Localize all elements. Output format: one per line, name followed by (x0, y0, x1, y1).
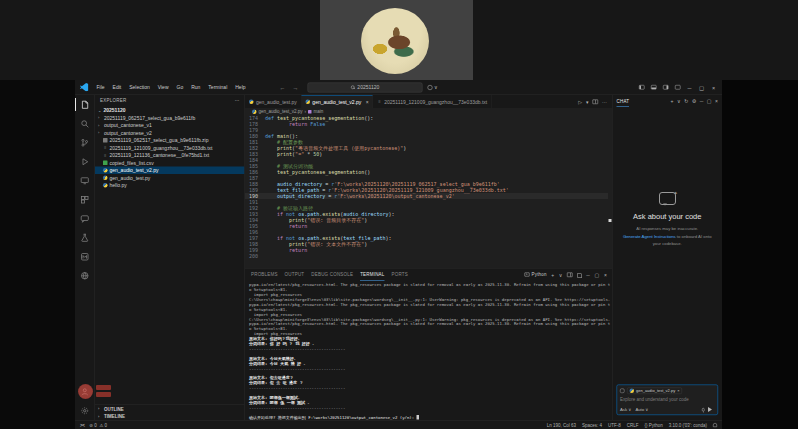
sidebar-section-timeline[interactable]: ›TIMELINE (95, 413, 245, 421)
menu-view[interactable]: View (154, 80, 173, 95)
file-tree-item[interactable]: 20251119_062517_select_gua_b9e611fb.zip (95, 137, 245, 145)
status-encoding[interactable]: UTF-8 (608, 422, 621, 427)
run-python-file-icon[interactable]: ▷ (578, 99, 582, 105)
new-terminal-icon[interactable]: + (551, 272, 554, 278)
chat-input-box[interactable]: gen_audio_test_v2.py × Explore and under… (617, 385, 719, 416)
file-tree-item[interactable]: gen_audio_test.py (95, 174, 245, 182)
source-control-icon[interactable] (75, 133, 95, 152)
status-python-interpreter[interactable]: 3.10.0 ('03': conda) (669, 422, 707, 427)
remote-explorer-icon[interactable] (75, 171, 95, 190)
context-chip[interactable]: gen_audio_test_v2.py × (627, 388, 682, 395)
chat-close-icon[interactable]: × (715, 98, 718, 104)
problems-summary[interactable]: ⊘ 0 ⚠ 0 (89, 422, 107, 427)
editor-tab[interactable]: 20251119_121009_guangzhou__73e033db.txt (373, 95, 491, 108)
chat-view-icon[interactable] (75, 209, 95, 228)
file-tree-item[interactable]: copied_files_list.csv (95, 159, 245, 167)
sidebar-section-outline[interactable]: ›OUTLINE (95, 405, 245, 413)
search-view-icon[interactable] (75, 114, 95, 133)
chip-close-icon[interactable]: × (677, 389, 679, 394)
terminal-profile[interactable]: Python (524, 272, 546, 277)
file-tree-item[interactable]: ›output_cantonese_v1 (95, 122, 245, 130)
panel-maximize-icon[interactable]: ▢ (594, 272, 599, 278)
run-debug-icon[interactable] (75, 152, 95, 171)
panel-tab-problems[interactable]: PROBLEMS (251, 269, 278, 281)
menu-go[interactable]: Go (173, 80, 188, 95)
menu-file[interactable]: File (93, 80, 109, 95)
menu-run[interactable]: Run (187, 80, 204, 95)
customize-layout-icon[interactable] (672, 80, 683, 95)
attach-context-icon[interactable] (620, 389, 625, 394)
status-eol[interactable]: CRLF (627, 422, 639, 427)
chat-history-icon[interactable]: ↻ (684, 98, 688, 104)
editor-tab[interactable]: gen_audio_test_v2.py× (301, 95, 373, 108)
breadcrumb[interactable]: gen_audio_test_v2.py › main (245, 108, 612, 115)
chat-mode-selector[interactable]: Ask ∨ (620, 407, 631, 412)
menu-selection[interactable]: Selection (125, 80, 154, 95)
tab-close-icon[interactable]: × (366, 99, 369, 105)
accounts-icon[interactable] (75, 382, 95, 401)
chat-minimize-icon[interactable]: ─ (700, 98, 704, 104)
split-editor-icon[interactable] (593, 99, 599, 104)
chat-mode-dropdown-icon[interactable]: ∨ (677, 98, 681, 104)
send-icon[interactable] (708, 407, 715, 412)
explorer-more-actions-icon[interactable]: ⋯ (235, 98, 240, 103)
chat-settings-icon[interactable]: ⚙ (692, 98, 696, 104)
terminal-output[interactable]: pypa.io/en/latest/pkg_resources.html. Th… (245, 281, 612, 421)
chat-expand-icon[interactable]: ▢ (707, 98, 712, 104)
window-close-button[interactable]: × (708, 80, 719, 95)
menu-terminal[interactable]: Terminal (204, 80, 231, 95)
toggle-secondary-sidebar-icon[interactable] (660, 80, 671, 95)
status-indentation[interactable]: Spaces: 4 (582, 422, 602, 427)
chat-input-placeholder[interactable]: Explore and understand your code (620, 397, 715, 402)
command-center-search[interactable]: 20251120 (308, 82, 423, 92)
status-cursor-position[interactable]: Ln 190, Col 63 (547, 422, 576, 427)
menu-edit[interactable]: Edit (109, 80, 126, 95)
generate-agent-instructions-link[interactable]: Generate Agent Instructions (623, 234, 676, 239)
settings-gear-icon[interactable] (75, 401, 95, 420)
panel-tab-output[interactable]: OUTPUT (285, 269, 305, 281)
kill-terminal-icon[interactable] (577, 272, 582, 277)
file-tree-item[interactable]: hello.py (95, 182, 245, 190)
editor-scrollbar[interactable] (608, 115, 612, 268)
symbol-method-icon (308, 110, 312, 114)
terminal-dropdown-icon[interactable]: ∨ (559, 272, 563, 278)
testing-icon[interactable] (75, 228, 95, 247)
file-tree-item[interactable]: 20251119_121136_cantonese__0fe75bd1.txt (95, 152, 245, 160)
editor-more-actions-icon[interactable]: ⋯ (602, 99, 607, 105)
window-restore-button[interactable]: ▢ (696, 80, 707, 95)
extension-m-icon[interactable] (75, 247, 95, 266)
status-language-mode[interactable]: {} Python (644, 422, 662, 427)
history-back-icon[interactable]: ← (280, 84, 286, 91)
explorer-root-folder[interactable]: ⌄ 20251120 (95, 106, 245, 114)
file-tree-item[interactable]: gen_audio_test_v2.py (95, 167, 245, 175)
chat-model-selector[interactable]: Auto ∨ (635, 407, 648, 412)
panel-tab-terminal[interactable]: TERMINAL (360, 269, 384, 281)
copilot-menu[interactable]: ∨ (428, 85, 438, 91)
panel-close-icon[interactable]: × (604, 272, 607, 278)
toggle-panel-icon[interactable] (648, 80, 659, 95)
voice-input-icon[interactable] (702, 408, 705, 412)
section-label: OUTLINE (104, 406, 124, 411)
chat-tab[interactable]: CHAT (617, 95, 630, 107)
window-minimize-button[interactable]: ─ (684, 80, 695, 95)
history-forward-icon[interactable]: → (293, 84, 299, 91)
file-tree-item[interactable]: ›20251119_062517_select_gua_b9e611fb (95, 114, 245, 122)
panel-tab-debug-console[interactable]: DEBUG CONSOLE (311, 269, 353, 281)
run-dropdown-icon[interactable]: ▾ (586, 99, 589, 105)
explorer-icon[interactable] (75, 95, 95, 114)
remote-indicator-icon[interactable]: >< (80, 422, 84, 427)
extensions-icon[interactable] (75, 190, 95, 209)
split-terminal-icon[interactable] (567, 272, 573, 277)
toggle-primary-sidebar-icon[interactable] (636, 80, 647, 95)
menu-help[interactable]: Help (231, 80, 249, 95)
notifications-bell-icon[interactable] (713, 423, 717, 427)
extension-globe-icon[interactable] (75, 266, 95, 285)
panel-minimize-icon[interactable]: ─ (586, 272, 590, 278)
menubar: FileEditSelectionViewGoRunTerminalHelp (93, 80, 250, 95)
file-tree-item[interactable]: ›output_cantonese_v2 (95, 129, 245, 137)
code-editor[interactable]: 174def test_pycantonese_segmentation():1… (245, 115, 612, 268)
panel-tab-ports[interactable]: PORTS (392, 269, 408, 281)
new-chat-icon[interactable]: + (671, 98, 674, 104)
editor-tab[interactable]: gen_audio_test.py (245, 95, 301, 108)
file-tree-item[interactable]: 20251119_121009_guangzhou__73e033db.txt (95, 144, 245, 152)
